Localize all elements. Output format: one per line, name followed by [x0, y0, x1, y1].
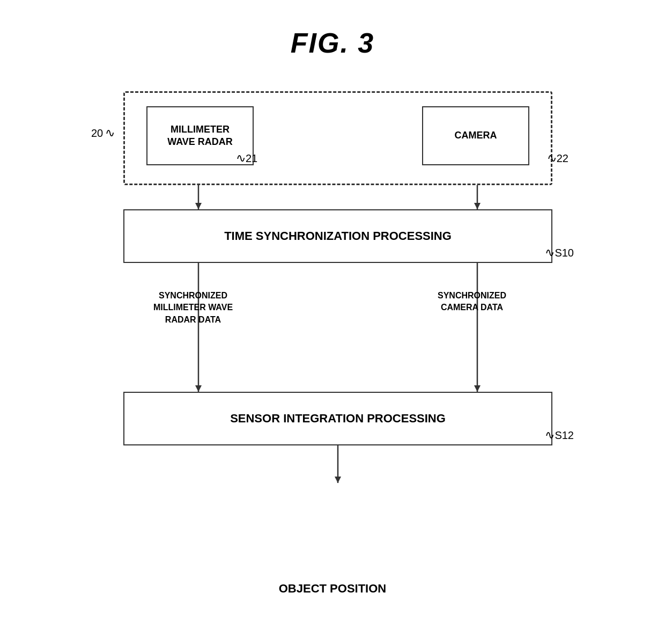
radar-data-label: SYNCHRONIZED MILLIMETER WAVE RADAR DATA	[139, 290, 247, 326]
svg-marker-7	[474, 385, 481, 392]
diagram-container: FIG. 3	[38, 27, 627, 617]
group-id-label: 20 ∿	[91, 126, 115, 140]
time-sync-label: TIME SYNCHRONIZATION PROCESSING	[224, 229, 452, 243]
step-s12-label: ∿ S12	[545, 428, 574, 442]
sensor-integration-box: SENSOR INTEGRATION PROCESSING	[123, 392, 552, 445]
svg-marker-3	[474, 203, 481, 209]
diagram-body: 20 ∿ MILLIMETER WAVE RADAR CAMERA ∿ 21 ∿…	[91, 91, 574, 601]
output-label: OBJECT POSITION	[279, 582, 386, 596]
figure-title: FIG. 3	[291, 27, 374, 59]
camera-box: CAMERA	[422, 106, 529, 165]
camera-data-label: SYNCHRONIZED CAMERA DATA	[418, 290, 526, 314]
step-s10-label: ∿ S10	[545, 246, 574, 260]
svg-marker-9	[335, 477, 341, 483]
sensors-group-box: MILLIMETER WAVE RADAR CAMERA	[123, 91, 552, 185]
wavy-20: ∿	[105, 126, 115, 140]
svg-marker-1	[195, 203, 202, 209]
camera-label: CAMERA	[455, 129, 497, 142]
sensor-integration-label: SENSOR INTEGRATION PROCESSING	[230, 412, 446, 426]
svg-marker-5	[195, 385, 202, 392]
camera-id-label: ∿ 22	[547, 151, 568, 165]
radar-label: MILLIMETER WAVE RADAR	[167, 123, 233, 149]
radar-id-label: ∿ 21	[236, 151, 257, 165]
time-sync-box: TIME SYNCHRONIZATION PROCESSING	[123, 209, 552, 263]
